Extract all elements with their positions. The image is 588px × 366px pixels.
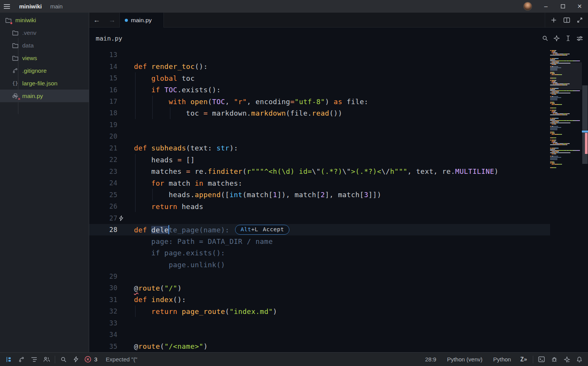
collab-panel-toggle[interactable] — [40, 354, 53, 365]
code-line[interactable]: 22 heads = [] — [89, 154, 550, 165]
sidebar-item--venv[interactable]: .venv — [0, 26, 89, 39]
sidebar-item-miniwiki[interactable]: miniwiki — [0, 14, 89, 26]
code-line[interactable]: 32 return page_route("index.md") — [89, 306, 550, 317]
code-line[interactable]: 30@route("/") — [89, 282, 550, 294]
code-line[interactable]: if page.exists(): — [89, 247, 550, 259]
environment-selector[interactable]: Python (venv) — [442, 356, 488, 363]
project-panel-toggle[interactable] — [2, 354, 15, 365]
token: matches: — [203, 179, 242, 187]
code-line[interactable]: 24 for match in matches: — [89, 177, 550, 189]
new-tab-button[interactable] — [548, 15, 559, 25]
token: finditer — [208, 167, 243, 175]
code-line[interactable]: 16 if TOC.exists(): — [89, 84, 550, 95]
indent-guide — [170, 107, 170, 119]
expand-icon — [577, 17, 583, 23]
sparkle-icon — [564, 356, 570, 363]
close-button[interactable]: × — [571, 0, 588, 13]
sidebar-item-main-py[interactable]: ×main.py — [0, 90, 89, 102]
token: str — [216, 144, 229, 152]
user-avatar[interactable] — [523, 2, 532, 11]
minimap-line — [550, 127, 582, 128]
maximize-button[interactable] — [554, 0, 571, 13]
app-menu-button[interactable] — [0, 0, 14, 13]
notifications-button[interactable] — [573, 354, 586, 365]
debug-panel-toggle[interactable] — [548, 354, 560, 365]
nav-back-button[interactable]: ← — [93, 16, 100, 24]
token: read — [312, 109, 329, 117]
minimap-line — [550, 132, 582, 132]
edit-mode-button[interactable] — [563, 33, 573, 44]
editor-scrollbar[interactable] — [582, 49, 588, 352]
breadcrumb[interactable]: main.py — [96, 35, 122, 42]
terminal-panel-toggle[interactable] — [535, 354, 548, 365]
accept-prediction-button[interactable]: Alt+LAccept — [235, 225, 289, 235]
split-pane-button[interactable] — [561, 15, 572, 25]
zoom-pane-button[interactable] — [574, 15, 585, 25]
minimap-line — [550, 144, 582, 145]
code-line[interactable]: 28def delete_page(name):Alt+LAccept — [89, 224, 550, 235]
minimap-line — [550, 111, 582, 112]
token: @ — [134, 342, 138, 350]
edit-prediction-button[interactable] — [70, 354, 82, 365]
code-line[interactable]: 34 — [89, 329, 550, 340]
minimize-button[interactable]: – — [537, 0, 554, 13]
code-line[interactable]: 19 — [89, 119, 550, 131]
indent-guide — [152, 189, 153, 200]
token: ) — [273, 307, 277, 315]
cursor-position[interactable]: 28:9 — [420, 356, 441, 363]
tab-main-py[interactable]: main.py — [119, 13, 164, 28]
code-line[interactable]: 20 — [89, 131, 550, 142]
minimap-line — [550, 133, 582, 134]
sidebar-item-data[interactable]: data — [0, 39, 89, 52]
code-line[interactable]: 35@route("/<name>") — [89, 340, 550, 352]
buffer-search-button[interactable] — [540, 33, 550, 44]
line-number: 21 — [89, 144, 118, 152]
minimap-viewport[interactable] — [550, 62, 582, 90]
token: heads — [177, 203, 203, 211]
code-line[interactable]: 23 matches = re.finditer(r"""^<h(\d) id=… — [89, 166, 550, 177]
code-line[interactable]: page: Path = DATA_DIR / name — [89, 235, 550, 247]
token: (file. — [286, 109, 312, 117]
minimap[interactable] — [550, 49, 582, 352]
code-editor[interactable]: 1314def render_toc():15 global toc16 if … — [89, 49, 588, 352]
language-selector[interactable]: Python — [488, 356, 516, 363]
search-icon — [542, 35, 548, 41]
sidebar-item-views[interactable]: views — [0, 52, 89, 64]
sidebar-item-large-file-json[interactable]: {}large-file.json — [0, 77, 89, 90]
code-line[interactable]: 17 with open(TOC, "r", encoding="utf-8")… — [89, 96, 550, 107]
code-line[interactable]: 25 heads.append([int(match[1]), match[2]… — [89, 189, 550, 200]
project-name[interactable]: miniwiki — [19, 3, 42, 10]
code-line[interactable]: 33 — [89, 317, 550, 328]
minimap-line — [550, 139, 582, 139]
minimap-line — [550, 110, 582, 111]
minimap-line — [550, 141, 582, 142]
code-text: matches = re.finditer(r"""^<h(\d) id=\"(… — [134, 167, 498, 175]
nav-forward-button[interactable]: → — [109, 16, 116, 24]
token: .exists(): — [177, 86, 220, 94]
minimap-line — [550, 102, 582, 103]
sidebar-item--gitignore[interactable]: .gitignore — [0, 64, 89, 77]
outline-panel-toggle[interactable] — [28, 354, 40, 365]
prediction-provider-button[interactable]: Z» — [516, 356, 531, 363]
inline-assist-button[interactable] — [551, 33, 562, 44]
code-line[interactable]: 21def subheads(text: str): — [89, 142, 550, 154]
git-branch-name[interactable]: main — [50, 3, 63, 10]
assistant-panel-toggle[interactable] — [560, 354, 573, 365]
code-line[interactable]: 27 — [89, 212, 550, 224]
git-panel-toggle[interactable] — [15, 354, 28, 365]
editor-settings-button[interactable] — [574, 33, 585, 44]
search-button[interactable] — [57, 354, 70, 365]
code-line[interactable]: 14def render_toc(): — [89, 60, 550, 72]
code-line[interactable]: 15 global toc — [89, 72, 550, 84]
code-line[interactable]: page.unlink() — [89, 259, 550, 270]
code-line[interactable]: 26 return heads — [89, 201, 550, 212]
token: 3 — [364, 191, 368, 199]
file-name: main.py — [22, 93, 43, 100]
code-line[interactable]: 18 toc = markdown.markdown(file.read()) — [89, 107, 550, 119]
line-number: 30 — [89, 284, 118, 292]
code-line[interactable]: 13 — [89, 49, 550, 60]
code-line[interactable]: 31def index(): — [89, 294, 550, 306]
diagnostics-button[interactable]: 3 — [85, 356, 97, 363]
unsaved-dot-icon — [125, 19, 128, 22]
code-line[interactable]: 29 — [89, 271, 550, 282]
